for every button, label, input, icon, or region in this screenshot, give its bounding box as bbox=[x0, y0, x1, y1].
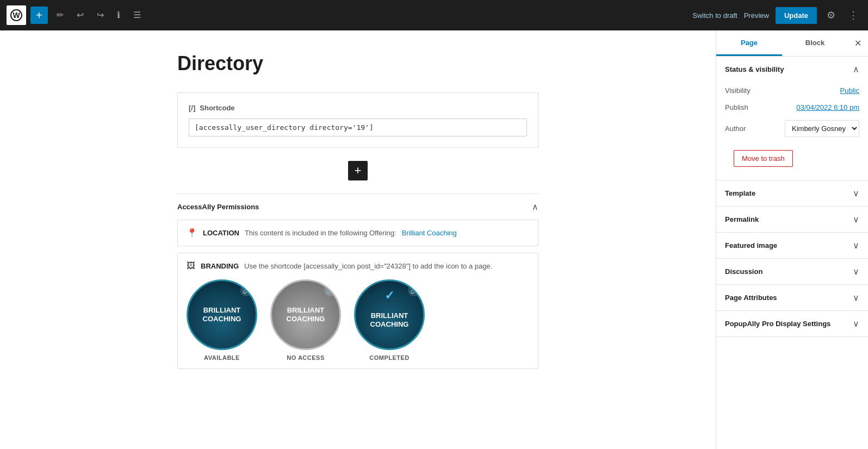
template-toggle[interactable]: ∨ bbox=[853, 188, 859, 198]
badge-text-completed: BRILLIANT COACHING bbox=[356, 311, 423, 328]
badge-link-icon-no-access[interactable]: 🔗 bbox=[324, 284, 336, 296]
publish-value[interactable]: 03/04/2022 6:10 pm bbox=[796, 103, 859, 111]
editor-content: Directory [/] Shortcode + AccessAlly Per… bbox=[151, 52, 565, 369]
block-tab[interactable]: Block bbox=[782, 31, 848, 56]
status-visibility-section: Status & visibility ∧ Visibility Public … bbox=[716, 57, 868, 180]
edit-icon-button[interactable]: ✏ bbox=[52, 8, 68, 23]
editor-area: Directory [/] Shortcode + AccessAlly Per… bbox=[0, 30, 716, 449]
popupally-section: PopupAlly Pro Display Settings ∨ bbox=[716, 311, 868, 337]
visibility-label: Visibility bbox=[725, 86, 751, 95]
branding-header: 🖼 BRANDING Use the shortcode [accessally… bbox=[187, 261, 529, 271]
accessally-section-title: AccessAlly Permissions bbox=[177, 203, 259, 211]
template-header[interactable]: Template ∨ bbox=[716, 180, 868, 206]
discussion-toggle[interactable]: ∨ bbox=[853, 266, 859, 277]
discussion-section: Discussion ∨ bbox=[716, 259, 868, 285]
accessally-section: AccessAlly Permissions ∧ 📍 LOCATION This… bbox=[177, 194, 538, 369]
page-attributes-header[interactable]: Page Attributes ∨ bbox=[716, 285, 868, 310]
move-to-trash-button[interactable]: Move to trash bbox=[734, 150, 793, 167]
badge-circle-completed: 🔗 ✓ BRILLIANT COACHING bbox=[354, 279, 425, 350]
topbar-right: Switch to draft Preview Update ⚙ ⋮ bbox=[692, 6, 861, 24]
shortcode-block-header: [/] Shortcode bbox=[189, 104, 527, 112]
svg-text:W: W bbox=[13, 11, 20, 20]
branding-icon: 🖼 bbox=[187, 261, 195, 271]
main-layout: Directory [/] Shortcode + AccessAlly Per… bbox=[0, 30, 868, 449]
list-view-button[interactable]: ☰ bbox=[129, 8, 145, 23]
discussion-title: Discussion bbox=[725, 267, 762, 276]
author-label: Author bbox=[725, 124, 746, 133]
badge-text-available: BRILLIANT COACHING bbox=[188, 306, 256, 323]
permalink-section: Permalink ∨ bbox=[716, 207, 868, 233]
featured-image-section: Featured image ∨ bbox=[716, 233, 868, 259]
discussion-header[interactable]: Discussion ∨ bbox=[716, 259, 868, 284]
add-block-inline-button[interactable]: + bbox=[348, 161, 368, 180]
permalink-header[interactable]: Permalink ∨ bbox=[716, 207, 868, 232]
sidebar: Page Block ✕ Status & visibility ∧ Visib… bbox=[716, 30, 868, 449]
topbar: W + ✏ ↩ ↪ ℹ ☰ Switch to draft Preview Up… bbox=[0, 0, 868, 30]
badge-circle-available: 🔗 BRILLIANT COACHING bbox=[187, 279, 257, 350]
badge-link-icon-available[interactable]: 🔗 bbox=[240, 284, 252, 296]
redo-button[interactable]: ↪ bbox=[92, 8, 108, 23]
author-row: Author Kimberly Gosney bbox=[716, 116, 868, 141]
branding-icons: 🔗 BRILLIANT COACHING AVAILABLE 🔗 BRILLIA… bbox=[187, 279, 529, 361]
location-label: LOCATION bbox=[203, 229, 239, 237]
wp-logo: W bbox=[7, 5, 26, 25]
switch-to-draft-button[interactable]: Switch to draft bbox=[692, 11, 737, 20]
badge-label-available: AVAILABLE bbox=[204, 354, 240, 361]
shortcode-label: Shortcode bbox=[200, 104, 234, 112]
featured-image-title: Featured image bbox=[725, 241, 777, 250]
badge-label-no-access: NO ACCESS bbox=[287, 354, 325, 361]
author-select[interactable]: Kimberly Gosney bbox=[785, 120, 859, 137]
page-attributes-title: Page Attributes bbox=[725, 294, 777, 302]
settings-gear-button[interactable]: ⚙ bbox=[823, 6, 839, 24]
popupally-title: PopupAlly Pro Display Settings bbox=[725, 320, 830, 328]
permalink-title: Permalink bbox=[725, 215, 759, 223]
branding-text: Use the shortcode [accessally_icon post_… bbox=[244, 262, 492, 270]
template-section: Template ∨ bbox=[716, 180, 868, 207]
badge-text-no-access: BRILLIANT COACHING bbox=[272, 306, 339, 323]
location-icon: 📍 bbox=[187, 228, 197, 238]
publish-label: Publish bbox=[725, 103, 748, 111]
page-title: Directory bbox=[177, 52, 538, 75]
status-visibility-title: Status & visibility bbox=[725, 65, 784, 73]
branding-card: 🖼 BRANDING Use the shortcode [accessally… bbox=[177, 253, 538, 369]
checkmark-icon: ✓ bbox=[385, 289, 394, 303]
permalink-toggle[interactable]: ∨ bbox=[853, 214, 859, 224]
page-attributes-section: Page Attributes ∨ bbox=[716, 285, 868, 311]
location-link[interactable]: Brilliant Coaching bbox=[402, 229, 457, 237]
badge-link-icon-completed[interactable]: 🔗 bbox=[408, 284, 420, 296]
info-button[interactable]: ℹ bbox=[113, 8, 125, 23]
publish-row: Publish 03/04/2022 6:10 pm bbox=[716, 99, 868, 116]
badge-label-completed: COMPLETED bbox=[369, 354, 410, 361]
undo-button[interactable]: ↩ bbox=[72, 8, 88, 23]
shortcode-input[interactable] bbox=[189, 119, 527, 136]
visibility-value[interactable]: Public bbox=[840, 86, 859, 95]
badge-no-access: 🔗 BRILLIANT COACHING NO ACCESS bbox=[270, 279, 341, 361]
branding-title: BRANDING bbox=[201, 262, 239, 270]
preview-button[interactable]: Preview bbox=[744, 11, 769, 20]
add-block-button[interactable]: + bbox=[30, 7, 48, 24]
status-visibility-header[interactable]: Status & visibility ∧ bbox=[716, 57, 868, 82]
sidebar-close-button[interactable]: ✕ bbox=[848, 30, 868, 56]
page-attributes-toggle[interactable]: ∨ bbox=[853, 292, 859, 303]
popupally-toggle[interactable]: ∨ bbox=[853, 319, 859, 329]
badge-circle-no-access: 🔗 BRILLIANT COACHING bbox=[270, 279, 341, 350]
accessally-toggle-button[interactable]: ∧ bbox=[532, 202, 538, 212]
page-tab[interactable]: Page bbox=[716, 31, 782, 56]
accessally-header: AccessAlly Permissions ∧ bbox=[177, 194, 538, 220]
location-card: 📍 LOCATION This content is included in t… bbox=[177, 220, 538, 246]
featured-image-toggle[interactable]: ∨ bbox=[853, 240, 859, 251]
location-text: This content is included in the followin… bbox=[245, 229, 396, 237]
visibility-row: Visibility Public bbox=[716, 82, 868, 99]
featured-image-header[interactable]: Featured image ∨ bbox=[716, 233, 868, 258]
shortcode-bracket-icon: [/] bbox=[189, 104, 195, 112]
badge-available: 🔗 BRILLIANT COACHING AVAILABLE bbox=[187, 279, 257, 361]
shortcode-block: [/] Shortcode bbox=[177, 92, 538, 148]
status-visibility-toggle[interactable]: ∧ bbox=[853, 64, 859, 74]
update-button[interactable]: Update bbox=[776, 7, 817, 24]
template-title: Template bbox=[725, 189, 755, 197]
badge-completed: 🔗 ✓ BRILLIANT COACHING COMPLETED bbox=[354, 279, 425, 361]
popupally-header[interactable]: PopupAlly Pro Display Settings ∨ bbox=[716, 311, 868, 336]
more-options-button[interactable]: ⋮ bbox=[845, 6, 861, 24]
